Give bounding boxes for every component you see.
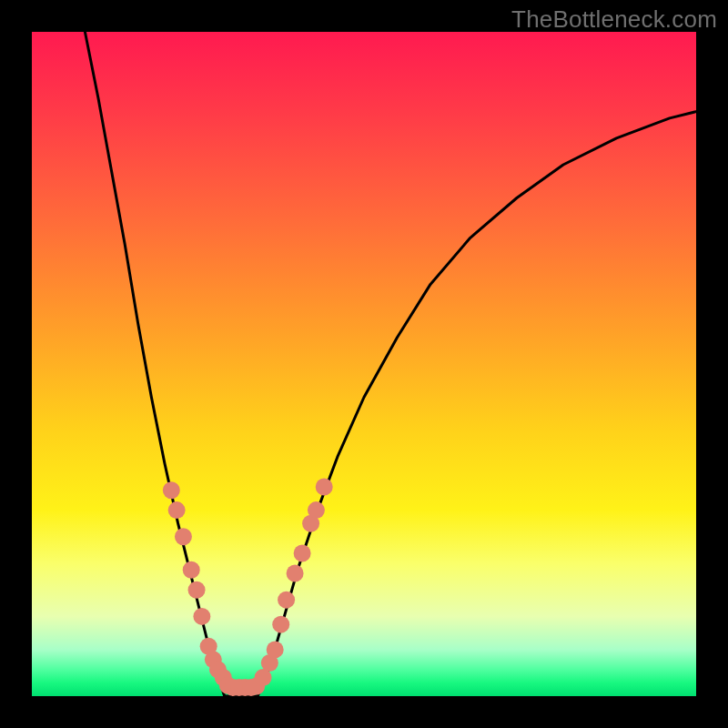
marker-right-cluster-4: [278, 592, 295, 609]
watermark-text: TheBottleneck.com: [511, 5, 717, 34]
series-group: [85, 32, 696, 696]
marker-left-cluster-2: [175, 528, 192, 545]
marker-left-cluster-0: [163, 481, 180, 499]
chart-svg: [32, 32, 696, 696]
marker-left-cluster-3: [183, 561, 200, 579]
marker-left-cluster-1: [168, 501, 186, 519]
marker-left-cluster-4: [188, 581, 206, 599]
marker-right-cluster-8: [308, 501, 325, 519]
series-left-curve: [85, 32, 224, 696]
marker-right-cluster-3: [272, 616, 289, 633]
series-right-curve: [258, 112, 696, 696]
markers-group: [163, 479, 333, 696]
marker-right-cluster-5: [287, 564, 304, 581]
marker-right-cluster-2: [267, 641, 284, 658]
marker-right-cluster-9: [316, 479, 333, 496]
chart-frame: TheBottleneck.com: [0, 0, 728, 728]
marker-right-cluster-6: [294, 545, 311, 562]
marker-left-cluster-5: [193, 608, 210, 625]
plot-area: [32, 32, 696, 696]
